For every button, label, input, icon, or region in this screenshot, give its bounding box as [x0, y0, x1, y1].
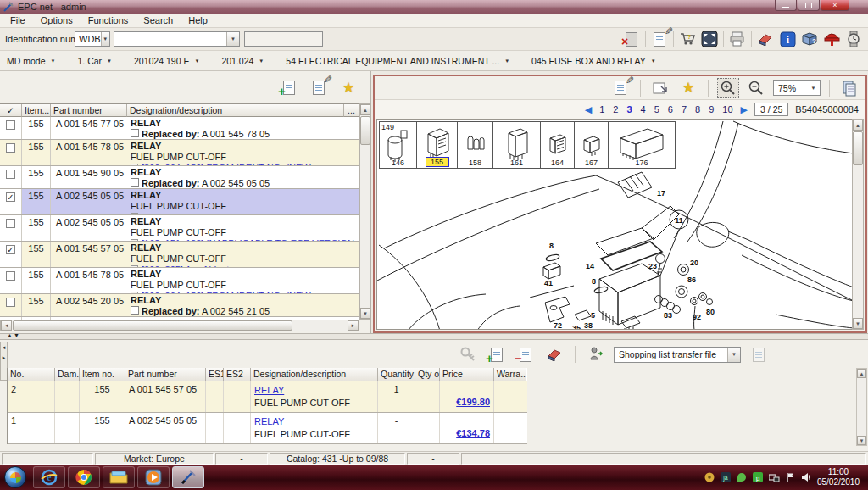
price-link[interactable]: €134.78: [456, 428, 490, 438]
maximize-button[interactable]: [798, 0, 820, 11]
favorites-star-button[interactable]: ★: [337, 77, 359, 97]
remove-from-list-button[interactable]: −: [515, 344, 537, 365]
row-checkbox[interactable]: [6, 143, 15, 153]
vin-combobox[interactable]: ▼: [114, 31, 240, 47]
col-dam[interactable]: Dam...: [55, 368, 80, 381]
page-number[interactable]: 4: [640, 104, 647, 114]
zoom-level-select[interactable]: 75% ▼: [773, 80, 821, 96]
shopping-vertical-scrollbar[interactable]: ▲ ▼: [856, 368, 867, 446]
col-quantity[interactable]: Quantity: [378, 368, 415, 381]
scroll-down-icon[interactable]: ▼: [857, 436, 866, 445]
taskbar-explorer[interactable]: [103, 466, 135, 488]
menu-functions[interactable]: Functions: [81, 14, 136, 26]
breadcrumb-car[interactable]: 1. Car▼: [77, 56, 112, 66]
col-item[interactable]: Item...: [22, 104, 51, 117]
taskbar-internet-explorer[interactable]: e: [33, 466, 65, 488]
table-row[interactable]: 155 A 001 545 77 05 RELAY Replaced by: A…: [0, 117, 359, 140]
breadcrumb-group[interactable]: 54 ELECTRICAL EQUIPMENT AND INSTRUMENT .…: [286, 56, 509, 66]
wdb-prefix-select[interactable]: WDB ▼: [75, 31, 110, 47]
scroll-thumb[interactable]: [360, 116, 370, 145]
row-checkbox[interactable]: [6, 219, 15, 228]
footnote-link[interactable]: [158, 162] As of ident. no.: [142, 212, 248, 214]
breadcrumb-md-mode[interactable]: MD mode▼: [7, 56, 55, 66]
col-warranty[interactable]: Warra...: [494, 368, 526, 381]
row-checkbox[interactable]: [6, 298, 15, 307]
page-number[interactable]: 8: [694, 104, 701, 114]
breadcrumb-model[interactable]: 201024 190 E▼: [134, 56, 199, 66]
add-to-list-button[interactable]: +: [278, 77, 300, 97]
footnote-link[interactable]: [806, 064, 150] FROM IDENT NO. (NEW EQUI…: [131, 291, 311, 293]
tray-messenger-icon[interactable]: [737, 472, 748, 483]
row-checkbox-checked[interactable]: ✓: [6, 245, 15, 254]
scroll-up-icon[interactable]: ▲: [857, 369, 866, 378]
menu-help[interactable]: Help: [181, 14, 214, 26]
scroll-down-icon[interactable]: ▼: [360, 308, 370, 319]
table-row[interactable]: 155 A 002 545 05 05 RELAY FUEL PUMP CUT-…: [0, 215, 359, 242]
page-number[interactable]: 2: [612, 104, 619, 114]
taskbar-clock[interactable]: 11:00 05/02/2010: [817, 467, 863, 487]
taskbar-chrome[interactable]: [68, 466, 100, 488]
menu-file[interactable]: File: [3, 14, 32, 26]
vehicle-lift-button[interactable]: [821, 29, 843, 49]
thumbnail-167[interactable]: 167: [575, 122, 609, 168]
col-es1[interactable]: ES1: [206, 368, 224, 381]
page-number[interactable]: 9: [708, 104, 715, 114]
page-number[interactable]: 6: [667, 104, 674, 114]
table-row-selected[interactable]: ✓ 155 A 002 545 05 05 RELAY FUEL PUMP CU…: [0, 189, 359, 215]
thumbnail-176[interactable]: 176: [609, 122, 675, 168]
favorites-star-button[interactable]: ★: [677, 78, 699, 98]
eraser-icon-button[interactable]: [543, 344, 565, 365]
thumbnail-161[interactable]: 161: [493, 122, 541, 168]
col-qty-o[interactable]: Qty o...: [415, 368, 440, 381]
scroll-left-icon[interactable]: ◄: [1, 320, 12, 331]
next-page-icon[interactable]: ▶: [741, 104, 748, 115]
parts-vertical-scrollbar[interactable]: ▲ ▼: [359, 103, 371, 320]
notepad-button[interactable]: ✎: [308, 77, 330, 97]
replaced-checkbox[interactable]: [131, 306, 139, 315]
scroll-right-icon[interactable]: ►: [348, 320, 359, 331]
tray-cd-icon[interactable]: [704, 472, 715, 483]
scroll-up-icon[interactable]: ▲: [360, 104, 370, 115]
thumbnail-158[interactable]: 158: [458, 122, 493, 168]
add-to-list-button[interactable]: +: [486, 344, 508, 365]
chevron-down-icon[interactable]: ▼: [226, 32, 239, 46]
page-number[interactable]: 1: [598, 104, 605, 114]
footnote-link[interactable]: [162, 151, 183] INAPPLICABLE TO ECE VERS…: [131, 238, 354, 241]
breadcrumb-series[interactable]: 201.024▼: [221, 56, 264, 66]
table-row[interactable]: ✓ 155 A 001 545 57 05 RELAY FUEL PUMP CU…: [0, 242, 359, 268]
panel-splitter[interactable]: ▲▼: [0, 333, 868, 340]
scroll-down-icon[interactable]: ▼: [853, 318, 863, 329]
breadcrumb-subgroup[interactable]: 045 FUSE BOX AND RELAY▼: [531, 56, 656, 66]
print-button[interactable]: [726, 29, 748, 49]
replaced-checkbox[interactable]: [131, 178, 139, 187]
tray-action-center-flag-icon[interactable]: [785, 472, 796, 483]
col-part-number[interactable]: Part number: [51, 104, 127, 117]
taskbar-epc-net-active[interactable]: [172, 466, 204, 488]
relay-link[interactable]: RELAY: [254, 416, 284, 426]
taskbar-media-player[interactable]: [137, 466, 170, 488]
eraser-icon-button[interactable]: [754, 29, 776, 49]
transfer-target-select[interactable]: Shopping list transfer file ▼: [614, 347, 741, 363]
chevron-down-icon[interactable]: ▼: [101, 32, 109, 46]
page-number[interactable]: 5: [654, 104, 660, 114]
lock-key-button[interactable]: [457, 344, 479, 365]
tray-app-icon[interactable]: ja: [721, 472, 732, 483]
table-row[interactable]: 155 A 001 545 78 05 RELAY FUEL PUMP CUT-…: [0, 140, 359, 166]
col-es2[interactable]: ES2: [224, 368, 251, 381]
thumbnail-164[interactable]: 164: [541, 122, 575, 168]
page-number-current[interactable]: 3: [626, 104, 632, 114]
scroll-thumb[interactable]: [13, 320, 292, 331]
info-button[interactable]: i: [776, 29, 798, 49]
parts-horizontal-scrollbar[interactable]: ◄ ►: [0, 320, 359, 331]
col-no[interactable]: No.: [8, 368, 55, 381]
shopping-cart-button[interactable]: ?: [676, 29, 698, 49]
footnote-link[interactable]: [006, 805] As of ident. no.: [142, 264, 248, 267]
diagram-canvas[interactable]: 17 11 8 41 14 8 23 20 86 5 72 35 38 83 9…: [376, 119, 853, 330]
fullscreen-button[interactable]: [698, 29, 721, 49]
page-number[interactable]: 7: [681, 104, 687, 114]
zoom-out-button[interactable]: [745, 78, 767, 98]
row-checkbox[interactable]: [6, 120, 15, 130]
export-list-button[interactable]: [748, 344, 770, 365]
col-item-no[interactable]: Item no.: [80, 368, 125, 381]
col-price[interactable]: Price: [440, 368, 494, 381]
